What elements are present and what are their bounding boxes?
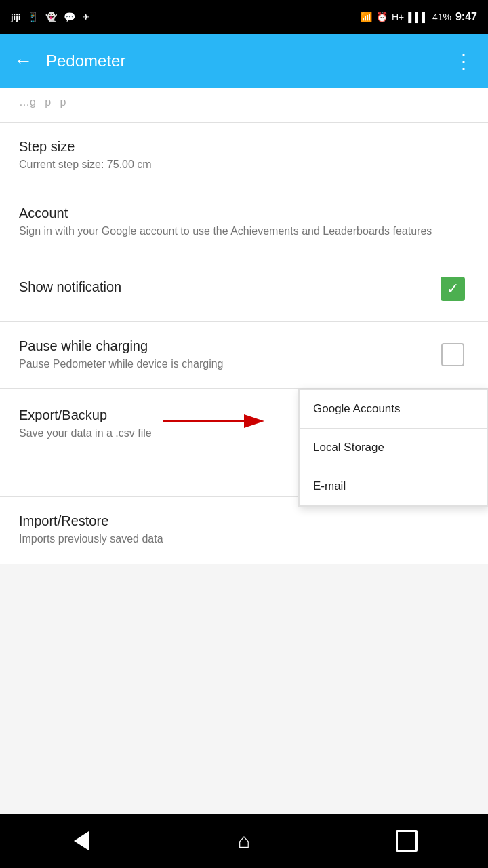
show-notification-item[interactable]: Show notification ✓ xyxy=(0,256,488,322)
app-title: Pedometer xyxy=(46,52,454,71)
svg-marker-1 xyxy=(244,414,264,428)
show-notification-text: Show notification xyxy=(19,279,436,298)
pause-charging-title: Pause while charging xyxy=(19,338,436,354)
app-bar: ← Pedometer ⋮ xyxy=(0,34,488,88)
battery-level: 41% xyxy=(432,12,451,22)
pause-charging-item[interactable]: Pause while charging Pause Pedometer whi… xyxy=(0,322,488,389)
step-size-text: Step size Current step size: 75.00 cm xyxy=(19,139,469,172)
arrow-svg xyxy=(163,408,271,435)
step-size-item[interactable]: Step size Current step size: 75.00 cm xyxy=(0,123,488,189)
time-display: 9:47 xyxy=(455,11,477,23)
whatsapp-icon: 📱 xyxy=(27,12,39,22)
signal-bars: ▌▌▌ xyxy=(408,12,428,22)
account-title: Account xyxy=(19,205,469,221)
step-size-subtitle: Current step size: 75.00 cm xyxy=(19,157,469,172)
alarm-icon: ⏰ xyxy=(376,12,388,22)
import-restore-item[interactable]: Import/Restore Imports previously saved … xyxy=(0,497,488,564)
jio-icon: jiji xyxy=(11,12,20,22)
show-notification-checkbox[interactable]: ✓ xyxy=(441,277,465,301)
export-backup-item[interactable]: Export/Backup Save your data in a .csv f… xyxy=(0,389,488,497)
status-icons: jiji 📱 👻 💬 ✈ xyxy=(11,12,90,22)
pause-charging-text: Pause while charging Pause Pedometer whi… xyxy=(19,338,436,372)
nav-home-button[interactable] xyxy=(224,821,264,861)
partial-item: …g p p xyxy=(0,88,488,123)
status-bar: jiji 📱 👻 💬 ✈ 📶 ⏰ H+ ▌▌▌ 41% 9:47 xyxy=(0,0,488,34)
checkmark-icon: ✓ xyxy=(447,280,459,298)
account-text: Account Sign in with your Google account… xyxy=(19,205,469,239)
telegram-icon: ✈ xyxy=(82,12,90,22)
bottom-nav xyxy=(0,814,488,868)
import-restore-text: Import/Restore Imports previously saved … xyxy=(19,513,469,547)
import-restore-title: Import/Restore xyxy=(19,513,469,529)
pause-charging-checkbox[interactable] xyxy=(441,343,464,366)
pause-charging-checkbox-container[interactable] xyxy=(436,338,469,371)
home-nav-icon xyxy=(238,829,250,852)
account-subtitle: Sign in with your Google account to use … xyxy=(19,224,469,239)
overflow-menu-button[interactable]: ⋮ xyxy=(454,50,474,73)
back-button[interactable]: ← xyxy=(14,50,33,72)
status-right: 📶 ⏰ H+ ▌▌▌ 41% 9:47 xyxy=(361,11,477,23)
bbm-icon: 💬 xyxy=(64,12,75,22)
email-option[interactable]: E-mail xyxy=(300,467,487,505)
export-dropdown: Google Accounts Local Storage E-mail xyxy=(298,389,488,507)
wifi-icon: 📶 xyxy=(361,12,372,22)
back-nav-icon xyxy=(74,831,89,850)
account-item[interactable]: Account Sign in with your Google account… xyxy=(0,189,488,256)
recents-nav-icon xyxy=(396,830,418,852)
step-size-title: Step size xyxy=(19,139,469,155)
import-restore-subtitle: Imports previously saved data xyxy=(19,532,469,547)
show-notification-title: Show notification xyxy=(19,279,436,295)
pause-charging-subtitle: Pause Pedometer while device is charging xyxy=(19,357,436,372)
nav-recents-button[interactable] xyxy=(386,821,427,861)
show-notification-checkbox-container[interactable]: ✓ xyxy=(436,273,469,305)
google-accounts-option[interactable]: Google Accounts xyxy=(300,390,487,429)
partial-item-text: …g p p xyxy=(19,96,66,108)
settings-content: …g p p Step size Current step size: 75.0… xyxy=(0,88,488,618)
local-storage-option[interactable]: Local Storage xyxy=(300,429,487,467)
signal-type: H+ xyxy=(392,12,404,22)
snapchat-icon: 👻 xyxy=(45,12,57,22)
nav-back-button[interactable] xyxy=(61,821,102,861)
arrow-annotation xyxy=(163,408,271,435)
